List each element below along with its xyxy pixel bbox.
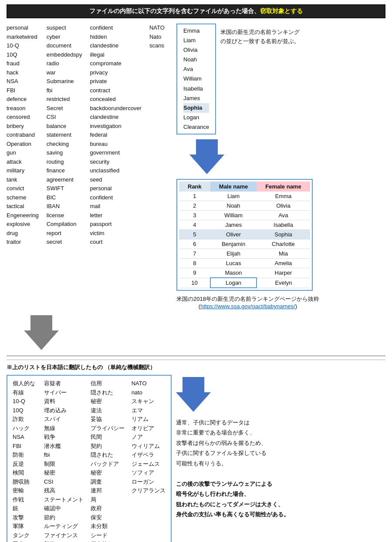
bottom-keyword-item: 有線	[13, 388, 37, 397]
keyword-item: privacy	[90, 68, 142, 77]
bottom-keyword-item: オリビア	[132, 424, 166, 433]
keyword-item: Submarine	[47, 77, 82, 86]
keyword-item: personal	[7, 24, 39, 32]
bottom-keyword-item: 連邦	[91, 486, 125, 495]
keyword-item: drug	[7, 229, 39, 238]
keyword-item: compromate	[90, 59, 142, 68]
big-arrow-gray	[24, 315, 59, 350]
bottom-label-prefix: ※上のリストを日本語に翻訳したもの	[7, 364, 103, 370]
bottom-keyword-item: 検閲	[13, 468, 37, 477]
separator-line	[7, 356, 385, 356]
bottom-keyword-item: スキャン	[132, 397, 166, 406]
male-name-cell: Elijah	[210, 249, 257, 259]
bottom-keyword-item: 制限	[44, 460, 84, 468]
names-box-item: Emma	[183, 26, 209, 36]
rank-table: Rank Male name Female name 1LiamEmma2Noa…	[179, 182, 310, 288]
keyword-item: Secret	[47, 104, 82, 113]
rank-cell: 6	[179, 239, 210, 249]
bottom-keyword-item: 戦争	[44, 433, 84, 441]
keyword-item: censored	[7, 113, 39, 121]
bottom-keyword-item: プライバシー	[91, 424, 125, 433]
male-name-cell: Liam	[210, 192, 257, 201]
rank-table-row: 2NoahOlivia	[179, 201, 310, 211]
keyword-item: radio	[47, 59, 82, 68]
bottom-keyword-item: 秘密	[91, 468, 125, 477]
bottom-keyword-item: 保安	[91, 513, 125, 522]
down-arrow-1	[189, 137, 224, 176]
bottom-keyword-item: CSI	[44, 478, 84, 486]
keyword-item: contraband	[7, 131, 39, 139]
bottom-keyword-item: 妥協	[91, 415, 125, 424]
rank-cell: 1	[179, 192, 210, 201]
male-name-cell: Logan	[210, 278, 257, 288]
rank-cell: 4	[179, 220, 210, 230]
middle-section	[7, 313, 385, 352]
bottom-keyword-item: 秘密	[44, 468, 84, 477]
keyword-item: embeddedspy	[47, 50, 82, 59]
bottom-label: ※上のリストを日本語に翻訳したもの （単純な機械翻訳）	[7, 364, 385, 371]
keyword-item: victim	[90, 229, 142, 238]
keyword-item: suspect	[47, 24, 82, 32]
keyword-item: security	[90, 158, 142, 166]
keyword-item: report	[47, 229, 82, 238]
keyword-item: document	[47, 41, 82, 50]
bottom-content: 個人的な有線10-Q10Q詐欺ハックNSAFBI防衛反逆検閲贈収賄密輸作戦銃攻撃…	[7, 375, 385, 542]
keyword-item: fraud	[7, 59, 39, 68]
male-name-cell: Noah	[210, 201, 257, 211]
rank-table-row: 9MasonHarper	[179, 268, 310, 278]
bottom-annotation-2: この後の攻撃でランサムウェアによる暗号化がもし行われた場合、狙われたものにとって…	[176, 479, 289, 520]
rank-cell: 2	[179, 201, 210, 211]
keyword-item: cyber	[47, 33, 82, 41]
keyword-list-area: personalmarketwired10-Q10QfraudhackNSAFB…	[7, 24, 172, 310]
bottom-keyword-item: 個人的な	[91, 540, 125, 542]
keyword-item: gun	[7, 148, 39, 157]
keyword-item: SWIFT	[47, 184, 82, 193]
keyword-item: convict	[7, 184, 39, 193]
keyword-item: finance	[47, 166, 82, 175]
keyword-item: marketwired	[7, 33, 39, 41]
keyword-item: IBAN	[47, 202, 82, 211]
bottom-keyword-item: 囚人	[13, 540, 37, 542]
keyword-item: fbi	[47, 86, 82, 95]
male-name-cell: Oliver	[210, 230, 257, 239]
female-name-cell: Charlotte	[257, 239, 310, 249]
rank-table-row: 6BenjaminCharlotte	[179, 239, 310, 249]
keyword-col-1: personalmarketwired10-Q10QfraudhackNSAFB…	[7, 24, 39, 310]
bottom-keyword-item: 攻撃	[13, 513, 37, 522]
names-box-item: Logan	[183, 113, 209, 122]
keyword-item: NATO	[149, 24, 165, 32]
table-caption-link-text[interactable]: https://www.ssa.gov/oact/babynames/	[200, 303, 295, 310]
bottom-annotation-1: 通常、子供に関するデータは非常に重要である場合が多く、攻撃者は何らかの弱みを握る…	[176, 417, 267, 468]
bottom-keyword-item: 局	[91, 495, 125, 504]
rank-table-row: 5OliverSophia	[179, 230, 310, 239]
bottom-keyword-item: サイバー	[44, 388, 84, 397]
bottom-keyword-item: 隠された	[91, 388, 125, 397]
keyword-item: explosive	[7, 220, 39, 229]
table-caption: 米国の2018年の新生児の名前ランキングページから抜粋 (https://www…	[176, 295, 319, 310]
keyword-item: federal	[90, 131, 142, 139]
female-name-cell: Olivia	[257, 201, 310, 211]
bottom-keyword-item: 違法	[91, 406, 125, 415]
keyword-item: backdoorundercover	[90, 104, 142, 113]
bottom-right: 通常、子供に関するデータは非常に重要である場合が多く、攻撃者は何らかの弱みを握る…	[176, 375, 385, 542]
rank-table-row: 7ElijahMia	[179, 249, 310, 259]
bottom-keyword-item: 民間	[91, 433, 125, 441]
bottom-keyword-item: NSA	[13, 433, 37, 441]
keyword-item: BIC	[47, 193, 82, 202]
bottom-keyword-item: ルーティング	[44, 522, 84, 531]
names-box: EmmaLiamOliviaNoahAvaWilliamIsabellaJame…	[176, 24, 216, 135]
female-name-cell: Ava	[257, 211, 310, 220]
bottom-keyword-item: 詐欺	[13, 415, 37, 424]
keyword-item: hidden	[90, 33, 142, 41]
bottom-keyword-item: 10Q	[13, 406, 37, 415]
keyword-item: government	[90, 148, 142, 157]
bottom-kw-col-1: 個人的な有線10-Q10Q詐欺ハックNSAFBI防衛反逆検閲贈収賄密輸作戦銃攻撃…	[13, 379, 37, 542]
bottom-keyword-item: 確認中	[44, 504, 84, 513]
keyword-col-4: NATONatoscans	[149, 24, 165, 310]
header-text-highlight: 窃取対象とする	[260, 7, 303, 14]
keyword-item: attack	[7, 158, 39, 166]
keyword-item: scheme	[7, 193, 39, 202]
bottom-keyword-item: タンク	[13, 531, 37, 540]
keyword-item: secret	[47, 238, 82, 246]
keyword-item: scans	[149, 41, 165, 50]
